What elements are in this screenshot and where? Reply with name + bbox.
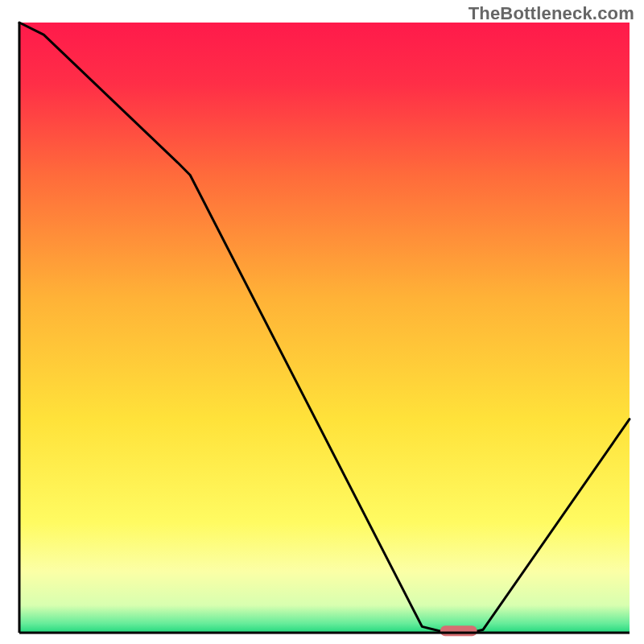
optimal-range-marker <box>440 625 477 636</box>
chart-container: TheBottleneck.com <box>0 0 644 644</box>
bottleneck-chart <box>0 0 644 644</box>
plot-background <box>19 23 630 633</box>
